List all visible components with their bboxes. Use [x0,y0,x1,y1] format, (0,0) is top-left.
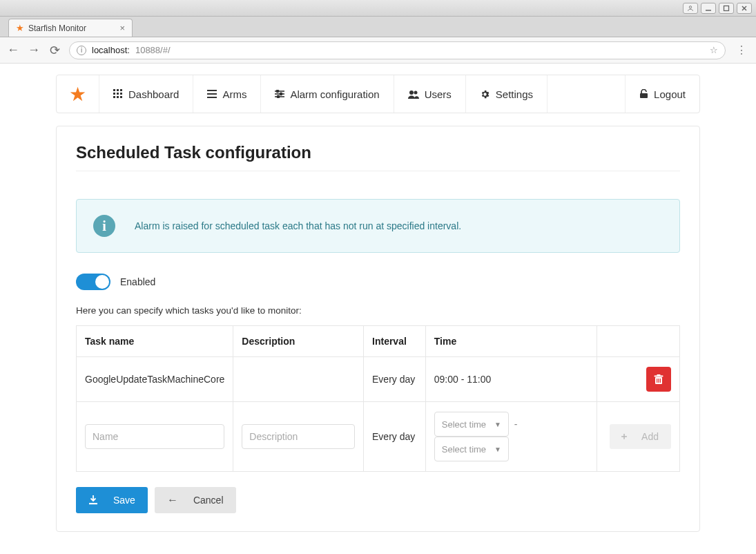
svg-rect-9 [117,93,119,95]
unlock-icon [639,89,648,99]
save-label: Save [113,495,135,506]
star-icon: ★ [69,83,86,106]
svg-point-18 [277,90,279,92]
arrow-left-icon: ← [167,494,178,506]
th-description: Description [233,326,364,357]
th-interval: Interval [364,326,426,357]
nav-label: Users [425,88,452,100]
logo[interactable]: ★ [57,75,99,113]
new-task-desc-input[interactable] [242,424,355,449]
save-button[interactable]: Save [76,487,148,513]
nav-arms[interactable]: Arms [193,75,261,113]
tasks-table: Task name Description Interval Time Goog… [76,325,680,472]
svg-rect-11 [113,96,115,98]
cell-interval: Every day [364,357,426,402]
svg-rect-7 [120,89,122,91]
svg-rect-6 [117,89,119,91]
add-button[interactable]: ＋ Add [610,424,671,449]
nav-label: Settings [496,88,533,100]
cancel-label: Cancel [193,495,224,506]
time-placeholder: Select time [442,444,486,455]
cell-task-name: GoogleUpdateTaskMachineCore [77,357,233,402]
trash-icon [654,374,663,385]
list-icon [207,90,217,98]
svg-point-0 [689,6,691,8]
nav-logout[interactable]: Logout [626,75,699,113]
th-time: Time [425,326,597,357]
os-maximize-button[interactable] [719,3,734,14]
enabled-toggle[interactable] [76,274,110,290]
enabled-toggle-row: Enabled [76,274,680,290]
star-icon: ★ [16,23,24,33]
browser-tab[interactable]: ★ Starfish Monitor × [8,19,133,37]
nav-settings[interactable]: Settings [466,75,547,113]
forward-button[interactable]: → [28,43,40,57]
chevron-down-icon: ▼ [494,421,501,428]
bookmark-star-icon[interactable]: ☆ [710,45,718,55]
url-host: localhost: [92,45,130,55]
chevron-down-icon: ▼ [494,446,501,453]
svg-rect-13 [120,96,122,98]
tab-close-icon[interactable]: × [119,23,125,33]
viewport: ★ Dashboard Arms Alarm configuration [0,64,756,554]
info-callout: i Alarm is raised for scheduled task eac… [76,199,680,253]
nav-users[interactable]: Users [394,75,466,113]
os-titlebar [0,0,756,17]
svg-rect-2 [724,6,729,10]
cell-description [233,357,364,402]
download-icon [88,495,98,505]
reload-button[interactable]: ⟳ [48,43,61,58]
grid-icon [113,89,123,99]
nav-dashboard[interactable]: Dashboard [99,75,193,113]
users-icon [408,90,419,99]
svg-rect-28 [657,374,661,376]
app-navbar: ★ Dashboard Arms Alarm configuration [56,75,700,113]
svg-rect-8 [113,93,115,95]
nav-alarm-config[interactable]: Alarm configuration [261,75,394,113]
browser-menu-button[interactable]: ⋮ [734,44,749,57]
footer-buttons: Save ← Cancel [76,487,680,513]
table-new-row: Every day Select time ▼ - Select time ▼ [77,402,680,472]
svg-point-24 [414,90,417,94]
os-minimize-button[interactable] [701,3,716,14]
svg-point-23 [409,90,414,95]
time-placeholder: Select time [442,419,486,430]
table-row: GoogleUpdateTaskMachineCore Every day 09… [77,357,680,402]
time-separator: - [514,419,518,430]
new-task-time-from[interactable]: Select time ▼ [434,412,509,437]
os-close-button[interactable] [737,3,752,14]
svg-rect-31 [660,379,661,383]
url-path: 10888/#/ [135,45,171,55]
tab-title: Starfish Monitor [28,23,86,33]
svg-rect-10 [120,93,122,95]
address-bar[interactable]: i localhost:10888/#/ ☆ [69,41,726,59]
nav-label: Logout [654,88,686,100]
sliders-icon [275,90,284,98]
cell-time: 09:00 - 11:00 [425,357,597,402]
os-user-button[interactable] [683,3,698,14]
browser-toolbar: ← → ⟳ i localhost:10888/#/ ☆ ⋮ [0,37,756,64]
nav-spacer [547,75,626,113]
svg-rect-5 [113,89,115,91]
svg-rect-12 [117,96,119,98]
content-panel: Scheduled Task configuration i Alarm is … [56,126,700,532]
svg-rect-30 [658,379,659,383]
toggle-label: Enabled [120,276,155,287]
cancel-button[interactable]: ← Cancel [155,487,236,513]
back-button[interactable]: ← [7,43,19,57]
gear-icon [480,89,490,99]
info-icon: i [77,46,86,55]
add-label: Add [641,431,659,442]
svg-rect-32 [89,503,97,504]
nav-label: Alarm configuration [290,88,379,100]
info-icon: i [93,215,115,237]
nav-label: Arms [222,88,246,100]
new-task-time-to[interactable]: Select time ▼ [434,437,509,461]
new-task-name-input[interactable] [85,424,224,449]
plus-icon: ＋ [619,430,629,443]
th-actions [597,326,680,357]
svg-point-20 [280,93,282,95]
delete-button[interactable] [646,367,671,392]
th-task-name: Task name [77,326,233,357]
page-title: Scheduled Task configuration [76,143,680,171]
